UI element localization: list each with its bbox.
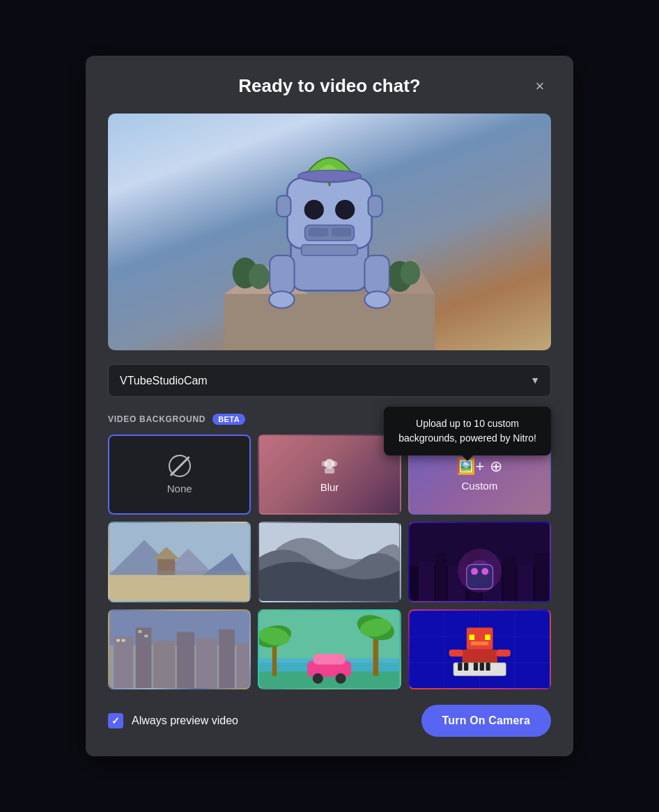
svg-rect-88 [471, 641, 488, 645]
blur-icon [319, 456, 340, 476]
none-label: None [167, 483, 192, 494]
camera-select[interactable]: VTubeStudioCam Default Camera USB Camera [108, 364, 551, 397]
svg-point-51 [481, 568, 488, 575]
video-preview [108, 114, 551, 350]
preset-3-svg [410, 523, 550, 600]
background-preset-4[interactable] [108, 609, 251, 689]
modal-overlay: Ready to video chat? × [0, 0, 659, 812]
close-button[interactable]: × [529, 75, 551, 97]
svg-rect-16 [302, 244, 358, 255]
always-preview-text: Always preview video [132, 715, 238, 727]
beta-badge: BETA [212, 414, 245, 425]
svg-rect-44 [503, 556, 515, 601]
svg-rect-64 [144, 634, 148, 637]
svg-rect-54 [114, 637, 133, 689]
always-preview-checkbox[interactable]: ✓ [108, 713, 123, 728]
svg-rect-57 [177, 632, 194, 688]
background-preset-3[interactable] [408, 522, 551, 602]
svg-rect-18 [364, 256, 389, 295]
background-blur-option[interactable]: Blur [258, 435, 401, 515]
svg-rect-55 [136, 627, 152, 688]
svg-point-11 [304, 200, 324, 219]
svg-rect-32 [109, 575, 249, 601]
svg-rect-61 [116, 639, 120, 641]
svg-rect-39 [418, 562, 434, 601]
footer: ✓ Always preview video Turn On Camera [108, 705, 551, 737]
svg-point-77 [336, 673, 346, 683]
svg-rect-0 [224, 294, 435, 350]
background-preset-1[interactable] [108, 522, 251, 602]
modal-title: Ready to video chat? [238, 75, 421, 97]
svg-rect-40 [435, 553, 446, 600]
svg-rect-46 [535, 553, 550, 600]
svg-rect-62 [122, 639, 125, 641]
section-label: VIDEO BACKGROUND [108, 414, 206, 424]
background-preset-2[interactable] [258, 522, 401, 602]
svg-rect-56 [153, 641, 175, 688]
svg-rect-15 [332, 228, 351, 236]
svg-point-20 [364, 291, 389, 308]
blur-label: Blur [320, 481, 339, 493]
svg-rect-75 [313, 654, 345, 664]
svg-rect-10 [369, 196, 382, 217]
modal-header: Ready to video chat? × [108, 75, 551, 97]
svg-point-12 [335, 200, 355, 219]
no-icon [169, 455, 191, 477]
backgrounds-grid: None Blur 🖼️+ ⊕ [108, 435, 551, 689]
always-preview-label[interactable]: ✓ Always preview video [108, 713, 238, 728]
svg-rect-93 [458, 662, 462, 670]
preset-4-svg [109, 611, 249, 688]
checkmark-icon: ✓ [111, 715, 120, 726]
svg-rect-59 [219, 630, 235, 689]
svg-rect-17 [270, 256, 294, 295]
svg-point-23 [298, 170, 362, 181]
svg-point-4 [249, 264, 270, 289]
svg-point-19 [269, 291, 294, 308]
svg-rect-49 [466, 565, 493, 589]
svg-rect-96 [479, 662, 483, 670]
svg-point-76 [313, 673, 323, 683]
svg-point-6 [401, 261, 420, 285]
background-preset-5[interactable] [258, 609, 401, 689]
video-background-section: VIDEO BACKGROUND BETA Upload up to 10 cu… [108, 414, 551, 689]
svg-rect-27 [325, 468, 334, 474]
preset-1-svg [109, 523, 249, 600]
svg-rect-9 [277, 196, 290, 217]
turn-on-camera-button[interactable]: Turn On Camera [421, 705, 551, 737]
svg-rect-94 [464, 662, 468, 670]
background-preset-6[interactable] [408, 609, 551, 689]
preset-2-svg [259, 523, 399, 600]
preset-5-svg [259, 611, 399, 688]
svg-point-50 [471, 568, 478, 575]
svg-rect-91 [496, 649, 510, 656]
video-chat-modal: Ready to video chat? × [86, 56, 573, 756]
svg-rect-45 [517, 565, 533, 601]
svg-rect-86 [469, 634, 474, 640]
svg-rect-97 [486, 662, 490, 670]
svg-point-26 [332, 461, 337, 467]
svg-rect-63 [139, 630, 142, 633]
avatar-illustration [208, 125, 451, 350]
tooltip-bubble: Upload up to 10 custom backgrounds, powe… [384, 407, 551, 455]
svg-rect-60 [236, 643, 249, 689]
camera-select-wrapper: VTubeStudioCam Default Camera USB Camera… [108, 364, 551, 397]
svg-rect-35 [109, 571, 249, 575]
svg-rect-87 [485, 634, 490, 640]
preset-6-svg [410, 611, 550, 688]
custom-bg-icon: ⊕ [490, 458, 502, 476]
svg-rect-14 [309, 228, 328, 236]
svg-rect-58 [196, 638, 217, 688]
custom-label: Custom [461, 480, 497, 492]
svg-rect-90 [449, 649, 463, 656]
background-none-option[interactable]: None [108, 435, 251, 515]
svg-rect-95 [474, 662, 478, 670]
svg-point-25 [322, 461, 327, 467]
